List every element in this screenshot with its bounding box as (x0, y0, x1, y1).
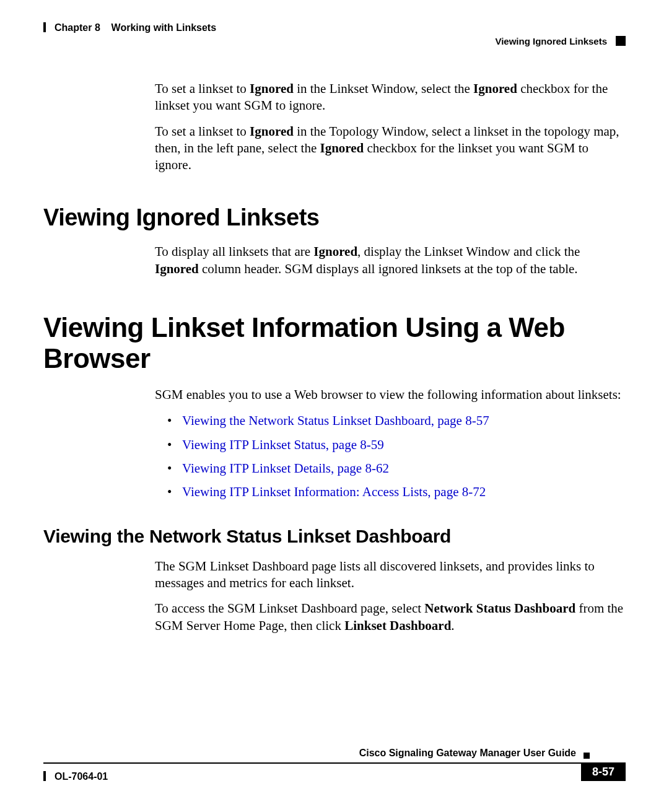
intro-para-2: To set a linkset to Ignored in the Topol… (155, 123, 626, 174)
xref-link[interactable]: Viewing the Network Status Linkset Dashb… (182, 413, 489, 428)
footer-page-number: 8-57 (581, 762, 626, 781)
chapter-label: Chapter 8 (55, 22, 100, 33)
header-rule-icon (43, 22, 46, 32)
list-item: Viewing ITP Linkset Details, page 8-62 (167, 460, 626, 477)
page-footer: Cisco Signaling Gateway Manager User Gui… (43, 756, 626, 787)
heading-network-status-dashboard: Viewing the Network Status Linkset Dashb… (43, 526, 626, 547)
header-square-icon (616, 36, 626, 46)
heading-viewing-linkset-info-web: Viewing Linkset Information Using a Web … (43, 312, 626, 374)
chapter-title: Working with Linksets (112, 22, 217, 33)
xref-link[interactable]: Viewing ITP Linkset Information: Access … (182, 484, 486, 499)
footer-left-rule-icon (43, 771, 46, 781)
xref-link[interactable]: Viewing ITP Linkset Status, page 8-59 (182, 437, 384, 452)
heading-viewing-ignored-linksets: Viewing Ignored Linksets (43, 204, 626, 231)
link-list: Viewing the Network Status Linkset Dashb… (167, 412, 626, 500)
footer-guide-title: Cisco Signaling Gateway Manager User Gui… (359, 748, 576, 759)
list-item: Viewing ITP Linkset Status, page 8-59 (167, 436, 626, 453)
footer-small-square-icon (584, 753, 590, 759)
footer-doc-id: OL-7064-01 (55, 771, 108, 782)
sec1-para-1: To display all linksets that are Ignored… (155, 243, 626, 277)
header-chapter: Chapter 8 Working with Linksets (55, 22, 216, 33)
xref-link[interactable]: Viewing ITP Linkset Details, page 8-62 (182, 461, 389, 476)
footer-rule-icon (43, 762, 585, 764)
list-item: Viewing the Network Status Linkset Dashb… (167, 412, 626, 429)
sec3-para-1: The SGM Linkset Dashboard page lists all… (155, 558, 626, 592)
list-item: Viewing ITP Linkset Information: Access … (167, 483, 626, 500)
page-content: To set a linkset to Ignored in the Links… (43, 81, 626, 643)
intro-para-1: To set a linkset to Ignored in the Links… (155, 81, 626, 115)
sec3-para-2: To access the SGM Linkset Dashboard page… (155, 600, 626, 634)
page: Chapter 8 Working with Linksets Viewing … (0, 0, 669, 812)
header-section-title: Viewing Ignored Linksets (495, 36, 607, 46)
sec2-para-1: SGM enables you to use a Web browser to … (155, 386, 626, 403)
